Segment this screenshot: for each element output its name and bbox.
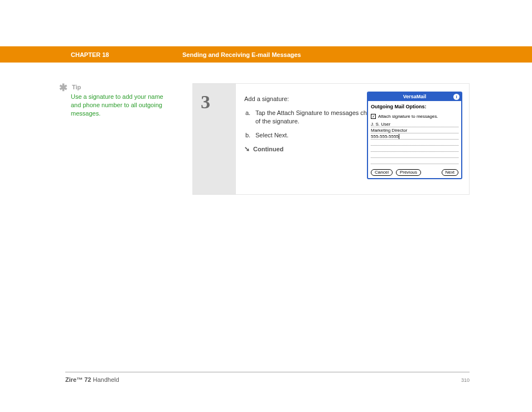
step-letter: a. xyxy=(245,109,255,126)
device-screenshot: VersaMail i Outgoing Mail Options: ✓ Att… xyxy=(367,92,462,179)
next-button[interactable]: Next xyxy=(442,169,458,176)
device-body: Outgoing Mail Options: ✓ Attach signatur… xyxy=(368,101,461,164)
device-heading: Outgoing Mail Options: xyxy=(371,103,458,111)
info-icon: i xyxy=(453,94,460,100)
signature-line[interactable] xyxy=(371,152,458,158)
footer-product-rest: Handheld xyxy=(91,376,119,383)
signature-line[interactable] xyxy=(371,158,458,164)
cancel-button[interactable]: Cancel xyxy=(371,169,393,176)
footer-divider xyxy=(65,372,470,372)
previous-button[interactable]: Previous xyxy=(396,169,421,176)
tip-label: Tip xyxy=(72,84,81,90)
attach-signature-checkbox[interactable]: ✓ xyxy=(371,114,376,119)
signature-line[interactable] xyxy=(371,146,458,152)
signature-line[interactable]: 555-555-5555 xyxy=(371,133,458,140)
device-title: VersaMail xyxy=(403,94,427,99)
tip-text: Use a signature to add your name and pho… xyxy=(71,93,171,118)
signature-line[interactable]: J. S. User xyxy=(371,121,458,127)
checkbox-row: ✓ Attach signature to messages. xyxy=(371,112,458,121)
chapter-header-bar: CHAPTER 18 Sending and Receiving E-mail … xyxy=(0,46,532,63)
step-number: 3 xyxy=(201,92,236,113)
continued-label: Continued xyxy=(253,145,283,154)
step-content: Add a signature: a. Tap the Attach Signa… xyxy=(236,84,469,194)
page-number: 310 xyxy=(461,377,470,383)
device-button-row: Cancel Previous Next xyxy=(368,169,461,176)
asterisk-icon: ✱ xyxy=(59,84,67,92)
signature-line[interactable]: Marketing Director xyxy=(371,127,458,133)
step-container: 3 Add a signature: a. Tap the Attach Sig… xyxy=(192,83,470,195)
signature-line[interactable] xyxy=(371,140,458,146)
chapter-topic: Sending and Receiving E-mail Messages xyxy=(182,51,301,58)
footer-product-bold: Zire™ 72 xyxy=(65,376,91,383)
footer-product: Zire™ 72 Handheld xyxy=(65,376,119,383)
checkbox-label: Attach signature to messages. xyxy=(378,112,438,121)
tip-block: ✱ Tip Use a signature to add your name a… xyxy=(59,84,171,118)
step-number-column: 3 xyxy=(193,84,236,194)
chapter-label: CHAPTER 18 xyxy=(71,51,109,58)
step-letter: b. xyxy=(245,131,255,140)
device-title-bar: VersaMail i xyxy=(368,93,461,101)
continued-arrow-icon: ➘ xyxy=(244,145,250,154)
